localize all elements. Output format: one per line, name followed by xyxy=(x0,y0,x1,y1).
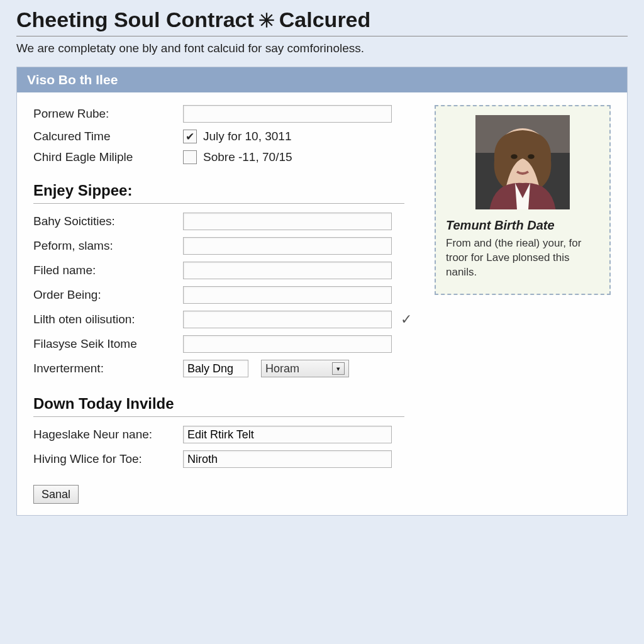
page-title-part2: Calcured xyxy=(279,8,371,32)
page-title: Cheeting Soul Contract Calcured xyxy=(16,8,628,32)
main-panel: Viso Bo th Ilee Temunt Birth Date From a… xyxy=(16,67,628,516)
select-inverterment-text: Horam xyxy=(265,362,299,375)
label-filasyse-seik: Filasyse Seik Itome xyxy=(33,337,183,351)
text-calcured-time: July for 10, 3011 xyxy=(203,130,291,143)
row-hageslake: Hageslake Neur nane: xyxy=(33,426,611,443)
input-order-being[interactable] xyxy=(183,286,392,304)
row-inverterment: Inverterment: Horam ▾ xyxy=(33,360,611,377)
row-lilth-oten: Lilth oten oilisution: ✓ xyxy=(33,311,611,328)
snowflake-icon xyxy=(258,11,275,29)
section-heading-enjey: Enjey Sippee: xyxy=(33,182,611,199)
row-bahy-soictities: Bahy Soictities: xyxy=(33,213,611,230)
select-inverterment[interactable]: Horam ▾ xyxy=(261,360,349,377)
input-hageslake[interactable] xyxy=(183,426,392,443)
section-divider-enjey xyxy=(33,203,404,204)
label-calcured-time: Calcured Time xyxy=(33,130,183,143)
row-order-being: Order Being: xyxy=(33,286,611,304)
section-heading-down-today: Down Today Invilde xyxy=(33,395,611,413)
label-bahy-soictities: Bahy Soictities: xyxy=(33,214,183,228)
input-bahy-soictities[interactable] xyxy=(183,213,392,230)
label-hageslake: Hageslake Neur nane: xyxy=(33,428,183,441)
label-hiving-wlice: Hiving Wlice for Toe: xyxy=(33,452,183,466)
row-hiving-wlice: Hiving Wlice for Toe: xyxy=(33,450,611,468)
panel-header: Viso Bo th Ilee xyxy=(17,67,627,92)
title-divider xyxy=(16,36,628,36)
input-inverterment[interactable] xyxy=(183,360,248,377)
label-chird-eagle: Chird Eagle Miliple xyxy=(33,150,183,164)
row-filed-name: Filed name: xyxy=(33,262,611,279)
row-calcured-time: Calcured Time ✔ July for 10, 3011 xyxy=(33,130,611,143)
panel-body: Temunt Birth Date From and (the rieal) y… xyxy=(17,92,627,515)
input-lilth-oten[interactable] xyxy=(183,311,392,328)
text-chird-eagle: Sobre -11, 70/15 xyxy=(203,150,292,164)
label-peform-slams: Peform, slams: xyxy=(33,239,183,253)
row-filasyse-seik: Filasyse Seik Itome xyxy=(33,335,611,353)
page-subtitle: We are completaty one bly and font calcu… xyxy=(16,42,628,55)
section-divider-down-today xyxy=(33,416,404,417)
checkmark-icon: ✓ xyxy=(401,311,412,328)
page-title-part1: Cheeting Soul Contract xyxy=(16,8,254,32)
sanal-button[interactable]: Sanal xyxy=(33,485,79,504)
label-lilth-oten: Lilth oten oilisution: xyxy=(33,313,183,326)
chevron-down-icon[interactable]: ▾ xyxy=(332,362,345,375)
label-inverterment: Inverterment: xyxy=(33,362,183,375)
row-pornew-rube: Pornew Rube: xyxy=(33,105,611,123)
input-pornew-rube[interactable] xyxy=(183,105,392,123)
form-area: Pornew Rube: Calcured Time ✔ July for 10… xyxy=(33,105,611,504)
input-peform-slams[interactable] xyxy=(183,237,392,255)
row-chird-eagle: Chird Eagle Miliple Sobre -11, 70/15 xyxy=(33,150,611,164)
input-filed-name[interactable] xyxy=(183,262,392,279)
row-peform-slams: Peform, slams: xyxy=(33,237,611,255)
input-filasyse-seik[interactable] xyxy=(183,335,392,353)
label-order-being: Order Being: xyxy=(33,288,183,302)
checkbox-chird-eagle[interactable] xyxy=(183,150,197,164)
input-hiving-wlice[interactable] xyxy=(183,450,392,468)
label-pornew-rube: Pornew Rube: xyxy=(33,107,183,121)
label-filed-name: Filed name: xyxy=(33,264,183,277)
checkbox-calcured-time[interactable]: ✔ xyxy=(183,130,197,143)
